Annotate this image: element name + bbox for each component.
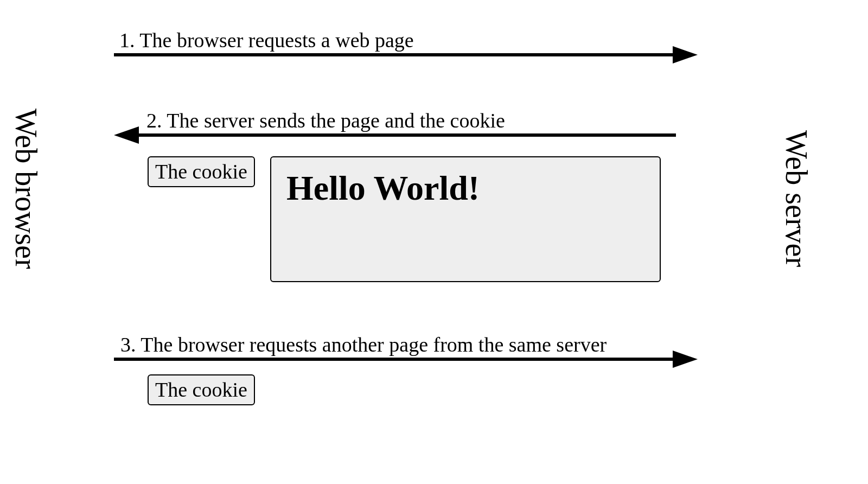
web-server-label: Web server <box>779 130 814 267</box>
arrow-step-1-head-icon <box>673 46 698 63</box>
page-box: Hello World! <box>270 156 661 282</box>
cookie-box-step-2: The cookie <box>148 156 255 187</box>
arrow-step-2-head-icon <box>114 126 139 144</box>
arrow-step-2-shaft <box>139 133 676 137</box>
arrow-step-1-shaft <box>114 53 673 56</box>
step-1-label: 1. The browser requests a web page <box>119 28 414 52</box>
arrow-step-3-head-icon <box>673 351 698 368</box>
cookie-box-step-3: The cookie <box>148 374 255 405</box>
step-3-label: 3. The browser requests another page fro… <box>120 333 607 356</box>
arrow-step-3-shaft <box>114 358 673 361</box>
web-browser-label: Web browser <box>9 109 43 269</box>
step-2-label: 2. The server sends the page and the coo… <box>146 109 505 132</box>
